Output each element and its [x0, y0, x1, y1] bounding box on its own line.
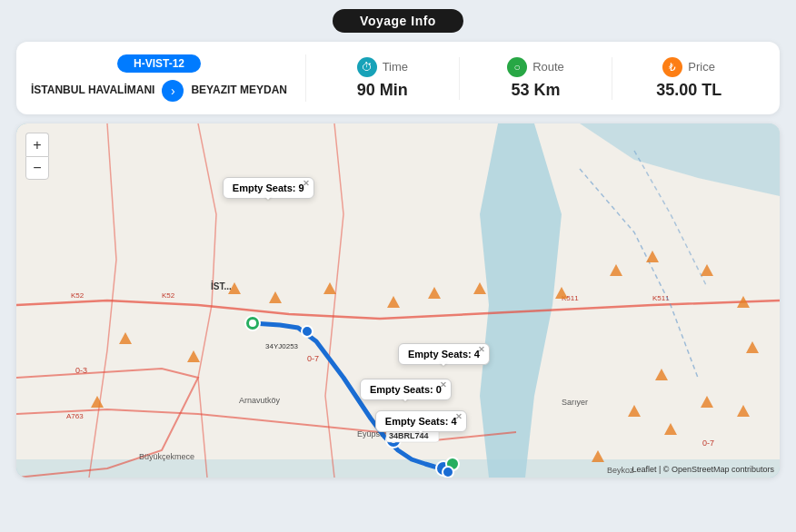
- time-section: ⏱ Time 90 Min: [306, 57, 460, 100]
- popup-text-1: Empty Seats: 9: [233, 182, 304, 193]
- price-label: Price: [688, 60, 715, 74]
- popup-text-4: Empty Seats: 4: [385, 416, 457, 427]
- route-stat-value: 53 Km: [511, 81, 560, 100]
- svg-text:K52: K52: [71, 291, 85, 300]
- svg-text:K52: K52: [162, 291, 175, 300]
- route-section: H-VIST-12 İSTANBUL HAVALİMANI › BEYAZIT …: [31, 54, 306, 102]
- map-container[interactable]: K52 K52 0-3 0-7 0-7 A763 K511 K511 Arnav…: [16, 123, 780, 478]
- time-icon: ⏱: [357, 57, 377, 77]
- svg-text:34YJ0253: 34YJ0253: [265, 342, 299, 350]
- voyage-title: Voyage Info: [333, 9, 463, 33]
- svg-text:İST...: İST...: [211, 281, 232, 291]
- popup-close-icon-2[interactable]: ✕: [478, 346, 485, 354]
- popup-empty-seats-9: ✕ Empty Seats: 9: [223, 177, 314, 199]
- voyage-info-card: H-VIST-12 İSTANBUL HAVALİMANI › BEYAZIT …: [16, 42, 780, 114]
- svg-text:0-3: 0-3: [75, 366, 87, 375]
- zoom-out-button[interactable]: −: [25, 156, 49, 180]
- svg-text:Sarıyer: Sarıyer: [562, 398, 588, 407]
- popup-close-icon-4[interactable]: ✕: [455, 413, 463, 421]
- route-stat-section: ○ Route 53 Km: [460, 57, 613, 100]
- route-arrow-icon: ›: [162, 80, 184, 102]
- svg-point-28: [249, 320, 256, 327]
- zoom-controls: + −: [25, 133, 49, 180]
- stop-to: BEYAZIT MEYDAN: [191, 84, 287, 98]
- route-stops: İSTANBUL HAVALİMANI › BEYAZIT MEYDAN: [31, 80, 287, 102]
- popup-text-2: Empty Seats: 4: [408, 349, 480, 360]
- zoom-in-button[interactable]: +: [25, 133, 49, 156]
- popup-close-icon-3[interactable]: ✕: [440, 381, 447, 389]
- route-icon: ○: [507, 57, 527, 77]
- svg-text:0-7: 0-7: [307, 354, 319, 363]
- svg-text:A763: A763: [66, 412, 84, 420]
- svg-point-29: [302, 326, 313, 337]
- svg-text:Büyükçekmece: Büyükçekmece: [139, 452, 194, 461]
- time-label: Time: [383, 60, 408, 74]
- popup-close-icon[interactable]: ✕: [303, 180, 310, 188]
- popup-text-3: Empty Seats: 0: [370, 384, 442, 395]
- svg-point-34: [443, 467, 453, 478]
- price-header: ₺ Price: [662, 57, 715, 77]
- popup-empty-seats-4-lower: ✕ Empty Seats: 4: [375, 410, 467, 432]
- route-stat-header: ○ Route: [507, 57, 564, 77]
- stop-from: İSTANBUL HAVALİMANI: [31, 84, 154, 98]
- route-stat-label: Route: [532, 60, 564, 74]
- svg-text:Arnavutköy: Arnavutköy: [239, 396, 281, 405]
- route-badge: H-VIST-12: [117, 54, 201, 73]
- price-section: ₺ Price 35.00 TL: [612, 57, 765, 100]
- popup-empty-seats-4-upper: ✕ Empty Seats: 4: [398, 343, 490, 365]
- price-icon: ₺: [662, 57, 682, 77]
- time-value: 90 Min: [357, 81, 408, 100]
- popup-empty-seats-0: ✕ Empty Seats: 0: [360, 379, 452, 400]
- svg-text:Beykoz: Beykoz: [607, 466, 634, 475]
- map-attribution: Leaflet | © OpenStreetMap contributors: [632, 465, 774, 474]
- svg-text:0-7: 0-7: [702, 438, 714, 448]
- price-value: 35.00 TL: [656, 81, 721, 100]
- map-background: K52 K52 0-3 0-7 0-7 A763 K511 K511 Arnav…: [16, 123, 780, 478]
- time-header: ⏱ Time: [357, 57, 408, 77]
